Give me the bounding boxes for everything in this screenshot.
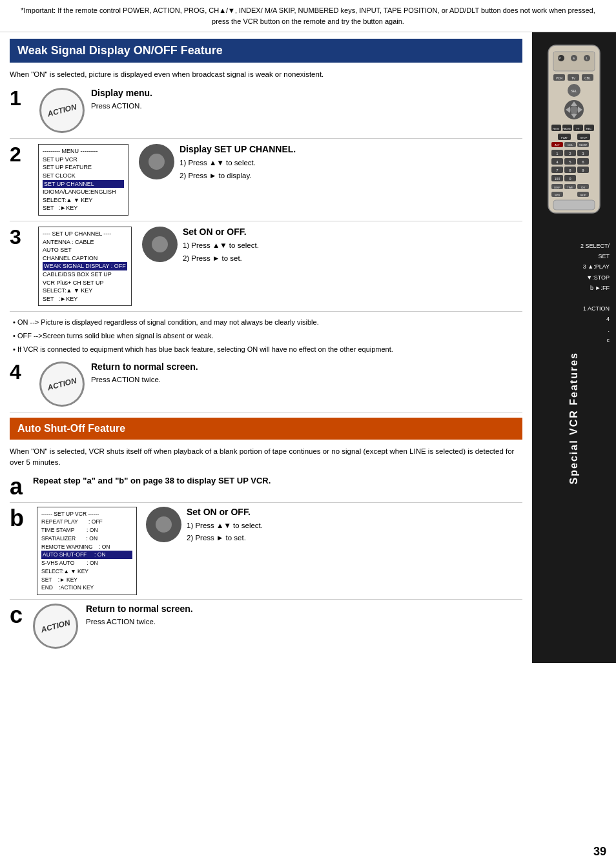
svg-text:TIME: TIME [567, 186, 573, 189]
step-b-sub1: 1) Press ▲▼ to select. [187, 520, 522, 533]
svg-text:PLAY: PLAY [561, 136, 568, 139]
step-4-title: Return to normal screen. [91, 361, 522, 372]
svg-text:REW: REW [553, 127, 559, 130]
step-a-desc: Repeat step "a" and "b" on page 38 to di… [33, 475, 271, 489]
vcr-menu-line-0: ------ SET UP VCR ------ [41, 510, 132, 518]
important-text: *Important: If the remote control POWER,… [21, 6, 595, 25]
step-2-menu-box: --------- MENU --------- SET UP VCR SET … [38, 144, 128, 216]
dpad-button-3[interactable] [142, 227, 178, 262]
notes-section: • ON --> Picture is displayed regardless… [10, 317, 522, 355]
svg-text:COL: COL [568, 143, 573, 147]
sidebar-legend: 2 SELECT/ SET 3 ▲:PLAY ▼:STOP b ►:FF 1 A… [535, 241, 613, 345]
step-a-letter: a [10, 475, 29, 498]
note-1: • ON --> Picture is displayed regardless… [13, 317, 519, 329]
step-c-letter: c [10, 604, 29, 627]
step-b-dpad [146, 507, 181, 542]
ch-menu-line-6: VCR Plus+ CH SET UP [43, 279, 127, 287]
svg-text:STOP: STOP [580, 136, 588, 139]
svg-text:REC: REC [586, 127, 592, 130]
svg-text:TV: TV [571, 76, 576, 80]
legend-item-5: b ►:FF [535, 283, 610, 293]
step-4-desc: Return to normal screen. Press ACTION tw… [91, 361, 522, 385]
action-button-label-4: ACTION [46, 376, 77, 392]
step-3-row: 3 ---- SET UP CHANNEL ---- ANTENNA : CAB… [10, 227, 522, 312]
vcr-menu-line-9: END :ACTION KEY [41, 584, 132, 592]
menu-line-5: IDIOMA/LANGUE:ENGLISH [43, 188, 124, 196]
step-2-dpad [139, 144, 174, 179]
step-1-action-button[interactable]: ACTION [39, 88, 85, 133]
dpad-button-b[interactable] [146, 507, 181, 542]
step-b-row: b ------ SET UP VCR ------ REPEAT PLAY :… [10, 507, 522, 600]
step-3-dpad [142, 227, 178, 262]
remote-control-svg: P E L VCR TV CBL SEL [542, 42, 606, 236]
step-2-number: 2 [10, 144, 28, 165]
svg-text:SKIP: SKIP [580, 194, 586, 197]
main-content-area: Weak Signal Display ON/OFF Feature When … [0, 32, 532, 663]
ch-menu-line-3: CHANNEL CAPTION [43, 254, 127, 263]
svg-text:FF: FF [577, 127, 580, 130]
svg-text:100: 100 [555, 177, 560, 181]
svg-text:L: L [586, 56, 588, 60]
legend-item-3: 3 ▲:PLAY [535, 261, 610, 272]
step-4-text: Press ACTION twice. [91, 374, 522, 385]
vcr-menu-line-6: S-VHS AUTO : ON [41, 559, 132, 567]
section1-intro: When "ON" is selected, picture is displa… [10, 69, 522, 80]
svg-text:SEL: SEL [571, 89, 577, 93]
action-button-label-c: ACTION [40, 618, 71, 634]
section2-intro: When "ON" is selected, VCR shuts itself … [10, 446, 522, 469]
step-b-menu-box: ------ SET UP VCR ------ REPEAT PLAY : O… [37, 507, 137, 596]
menu-line-7: SET :►KEY [43, 204, 124, 212]
dpad-button[interactable] [139, 144, 174, 179]
vcr-menu-line-4: REMOTE WARNING : ON [41, 543, 132, 551]
step-b-title: Set ON or OFF. [187, 507, 522, 517]
vcr-menu-line-7: SELECT:▲ ▼ KEY [41, 567, 132, 576]
legend-item-1: 2 SELECT/ [535, 241, 610, 251]
menu-line-0: --------- MENU --------- [43, 147, 124, 156]
step-2-sub1: 1) Press ▲▼ to select. [180, 157, 522, 170]
step-4-action-button[interactable]: ACTION [39, 361, 85, 407]
menu-line-2: SET UP FEATURE [43, 163, 124, 172]
menu-line-6: SELECT:▲ ▼ KEY [43, 196, 124, 205]
step-c-desc: Return to normal screen. Press ACTION tw… [86, 604, 522, 627]
step-4-row: 4 ACTION Return to normal screen. Press … [10, 361, 522, 412]
ch-menu-line-1: ANTENNA : CABLE [43, 238, 127, 247]
step-1-text: Press ACTION. [91, 101, 522, 112]
page-number: 39 [593, 845, 606, 859]
vcr-menu-line-highlighted: AUTO SHUT-OFF : ON [41, 551, 132, 559]
ch-menu-line-5: CABLE/DSS BOX SET UP [43, 270, 127, 279]
step-2-substeps: 1) Press ▲▼ to select. 2) Press ► to dis… [180, 157, 522, 182]
ch-menu-line-7: SELECT:▲ ▼ KEY [43, 287, 127, 295]
step-1-desc: Display menu. Press ACTION. [91, 88, 522, 112]
step-1-title: Display menu. [91, 88, 522, 98]
legend-item-6: 1 ACTION [535, 303, 610, 314]
menu-line-1: SET UP VCR [43, 156, 124, 164]
step-a-title: Repeat step "a" and "b" on page 38 to di… [33, 475, 271, 487]
ch-menu-line-0: ---- SET UP CHANNEL ---- [43, 230, 127, 238]
svg-text:VCR: VCR [556, 76, 563, 80]
step-3-title: Set ON or OFF. [183, 227, 522, 237]
legend-item-9: c [535, 335, 610, 345]
note-3: • If VCR is connected to equipment which… [13, 344, 519, 356]
svg-text:SPD: SPD [555, 194, 560, 197]
legend-item-7: 4 [535, 314, 610, 324]
step-1-row: 1 ACTION Display menu. Press ACTION. [10, 88, 522, 139]
ch-menu-line-highlighted: WEAK SIGNAL DISPLAY : OFF [43, 262, 127, 270]
svg-text:CBL: CBL [584, 76, 591, 80]
ch-menu-line-2: AUTO SET [43, 246, 127, 254]
step-3-sub1: 1) Press ▲▼ to select. [183, 239, 522, 252]
vcr-menu-line-1: REPEAT PLAY : OFF [41, 518, 132, 526]
vcr-menu-line-3: SPATIALIZER : ON [41, 534, 132, 543]
dpad-inner-b [156, 516, 172, 533]
step-c-action-button[interactable]: ACTION [33, 604, 78, 649]
step-c-title: Return to normal screen. [86, 604, 522, 614]
svg-point-21 [570, 106, 578, 114]
vcr-menu-line-2: TIME STAMP : ON [41, 526, 132, 534]
step-3-substeps: 1) Press ▲▼ to select. 2) Press ► to set… [183, 239, 522, 265]
section2-header: Auto Shut-Off Feature [10, 418, 522, 440]
sidebar-vertical-title: Special VCR Features [568, 352, 580, 484]
important-notice: *Important: If the remote control POWER,… [0, 0, 616, 32]
dpad-inner [149, 154, 165, 170]
dpad-inner-3 [152, 236, 168, 252]
step-c-row: c ACTION Return to normal screen. Press … [10, 604, 522, 653]
menu-line-highlighted: SET UP CHANNEL [43, 180, 124, 188]
